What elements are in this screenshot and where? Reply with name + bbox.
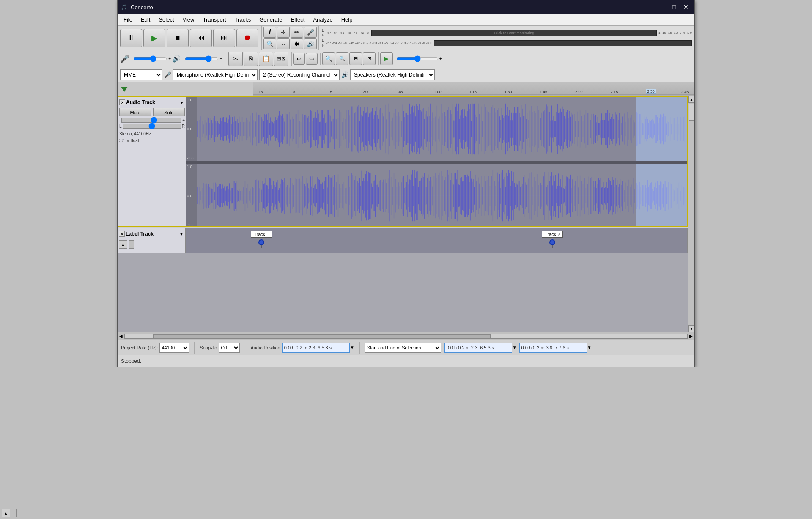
svg-rect-796 — [484, 176, 484, 215]
svg-rect-199 — [390, 104, 390, 154]
input-gain-slider[interactable] — [133, 56, 167, 62]
zoom-fit-button[interactable]: ⊡ — [363, 52, 376, 65]
svg-rect-680 — [370, 173, 370, 219]
svg-rect-253 — [443, 113, 443, 145]
audio-track-content[interactable]: 1.0 0.0 -1.0 — [186, 97, 687, 226]
volume-tool[interactable]: 🔊 — [304, 38, 317, 49]
skip-forward-button[interactable]: ⏭ — [213, 29, 235, 47]
menu-view[interactable]: View — [178, 15, 199, 25]
svg-rect-604 — [296, 188, 296, 204]
svg-rect-391 — [578, 121, 578, 137]
track-close-button[interactable]: ✕ — [119, 99, 125, 105]
speaker-icon[interactable]: 🔊 — [172, 55, 181, 63]
vscroll-down[interactable]: ▼ — [688, 325, 694, 332]
selection-end-input[interactable] — [519, 343, 587, 353]
svg-rect-605 — [297, 179, 297, 213]
copy-button[interactable]: ⎘ — [244, 52, 258, 66]
cursor-tool[interactable]: I — [263, 27, 276, 38]
horizontal-scrollbar[interactable]: ◀ ▶ — [118, 332, 694, 340]
maximize-button[interactable]: □ — [669, 2, 679, 12]
mic-tool[interactable]: 🎤 — [304, 27, 317, 38]
hscroll-left-button[interactable]: ◀ — [118, 334, 124, 338]
channels-select[interactable]: 2 (Stereo) Recording Channels — [259, 69, 340, 80]
solo-button[interactable]: Solo — [153, 108, 185, 116]
svg-rect-99 — [292, 117, 292, 141]
resize-tool[interactable]: ↔ — [277, 38, 290, 49]
output-device-select[interactable]: Speakers (Realtek High Definiti — [350, 69, 435, 80]
cut-button[interactable]: ✂ — [228, 52, 243, 66]
api-select[interactable]: MME DirectSound — [120, 69, 162, 80]
redo-button[interactable]: ↪ — [306, 53, 318, 65]
audio-position-dropdown[interactable]: ▼ — [350, 345, 354, 350]
snap-to-label: Snap-To — [200, 345, 217, 350]
skip-back-button[interactable]: ⏮ — [190, 29, 212, 47]
svg-rect-587 — [279, 188, 280, 203]
label-track-close[interactable]: ✕ — [119, 231, 125, 237]
menu-edit[interactable]: Edit — [137, 15, 154, 25]
svg-rect-863 — [549, 181, 550, 210]
svg-rect-766 — [455, 173, 455, 219]
svg-rect-139 — [331, 121, 332, 136]
close-button[interactable]: ✕ — [681, 2, 691, 12]
multi-tool[interactable]: ✛ — [277, 27, 290, 38]
svg-rect-102 — [295, 114, 295, 144]
project-rate-select[interactable]: 44100 48000 — [159, 343, 189, 353]
menu-select[interactable]: Select — [154, 15, 178, 25]
mute-button[interactable]: Mute — [119, 108, 151, 116]
label-track-content[interactable]: Track 1 Track 2 — [186, 228, 687, 253]
svg-rect-293 — [482, 121, 482, 137]
menu-tracks[interactable]: Tracks — [230, 15, 255, 25]
paste-button[interactable]: 📋 — [259, 52, 273, 66]
vscroll-track[interactable] — [688, 103, 694, 325]
snap-to-select[interactable]: Off On — [219, 343, 240, 353]
zoom-selection-button[interactable]: ⊞ — [349, 52, 362, 65]
menu-file[interactable]: File — [119, 15, 137, 25]
hscroll-bar[interactable] — [124, 334, 688, 339]
timeline-triangle[interactable] — [121, 87, 128, 92]
menu-analyze[interactable]: Analyze — [309, 15, 337, 25]
vertical-scrollbar[interactable]: ▲ ▼ — [688, 96, 694, 332]
svg-rect-37 — [231, 124, 231, 135]
zoom-tool[interactable]: 🔍 — [263, 38, 276, 49]
svg-rect-304 — [493, 105, 493, 153]
trim-button[interactable]: ⊟⊠ — [274, 52, 288, 66]
minimize-button[interactable]: — — [657, 2, 667, 12]
meter-bar-output[interactable] — [434, 40, 692, 46]
vscroll-up[interactable]: ▲ — [688, 96, 694, 103]
svg-rect-182 — [373, 119, 373, 139]
menu-effect[interactable]: Effect — [286, 15, 309, 25]
svg-rect-821 — [508, 170, 509, 221]
undo-button[interactable]: ↩ — [293, 53, 305, 65]
timeshift-tool[interactable]: ✱ — [291, 38, 303, 49]
play-button[interactable]: ▶ — [143, 29, 165, 47]
label-track-expand-button[interactable]: ▲ — [119, 240, 127, 249]
meter-bar-input[interactable]: Click to Start Monitoring — [371, 30, 657, 36]
selection-start-input[interactable] — [444, 343, 512, 353]
pan-slider[interactable] — [123, 124, 181, 129]
menu-transport[interactable]: Transport — [198, 15, 230, 25]
svg-rect-214 — [404, 117, 405, 141]
play-speed-button[interactable]: ▶ — [380, 52, 393, 65]
gain-slider[interactable] — [121, 118, 181, 123]
sel-end-dropdown[interactable]: ▼ — [587, 345, 592, 350]
menu-help[interactable]: Help — [337, 15, 357, 25]
track-menu-arrow[interactable]: ▼ — [179, 99, 185, 105]
output-gain-slider[interactable] — [185, 56, 219, 62]
zoom-in-button[interactable]: 🔍 — [322, 52, 335, 65]
pause-button[interactable]: ⏸ — [120, 29, 142, 47]
mic-icon[interactable]: 🎤 — [120, 54, 129, 63]
project-rate-group: Project Rate (Hz): 44100 48000 — [121, 343, 189, 353]
stop-button[interactable]: ■ — [167, 29, 189, 47]
input-device-select[interactable]: Microphone (Realtek High Defini — [173, 69, 258, 80]
svg-rect-234 — [424, 119, 425, 139]
zoom-out-button[interactable]: 🔍 — [336, 52, 348, 65]
audio-position-input[interactable] — [282, 343, 350, 353]
hscroll-right-button[interactable]: ▶ — [688, 334, 694, 338]
selection-mode-select[interactable]: Start and End of Selection Start and Len… — [365, 343, 441, 353]
menu-generate[interactable]: Generate — [255, 15, 286, 25]
record-button[interactable]: ⏺ — [236, 29, 258, 47]
label-track-arrow[interactable]: ▼ — [178, 231, 184, 237]
sel-start-dropdown[interactable]: ▼ — [513, 345, 517, 350]
draw-tool[interactable]: ✏ — [291, 27, 303, 38]
playback-speed-slider[interactable] — [396, 56, 439, 62]
